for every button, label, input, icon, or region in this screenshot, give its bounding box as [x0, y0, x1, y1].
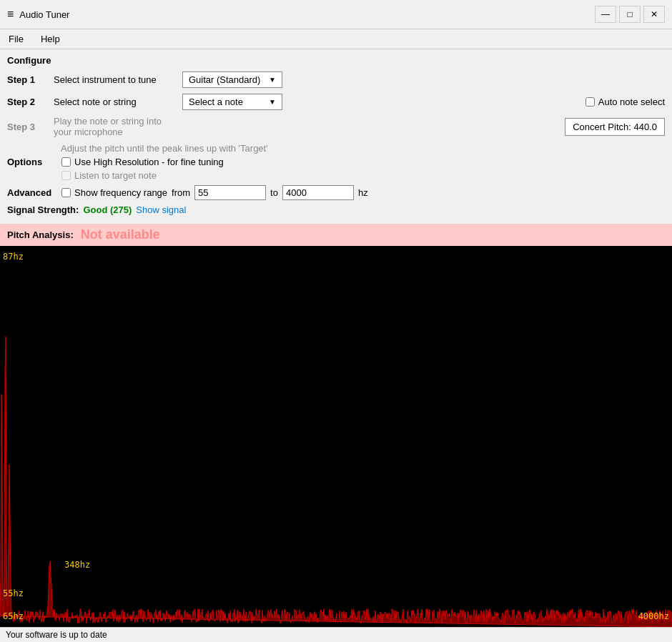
step2-description: Select note or string: [54, 97, 175, 107]
hz-label: hz: [358, 187, 368, 198]
advanced-label: Advanced: [7, 187, 57, 198]
step3-label: Step 3: [7, 122, 46, 132]
maximize-button[interactable]: □: [619, 6, 641, 23]
high-res-label: Use High Resolution - for fine tuning: [74, 157, 224, 167]
options-row: Options Use High Resolution - for fine t…: [7, 157, 665, 167]
note-dropdown-value: Select a note: [189, 97, 243, 107]
listen-label: Listen to target note: [74, 170, 157, 181]
auto-note-area: Auto note select: [585, 97, 665, 107]
note-dropdown-arrow: ▼: [269, 98, 276, 106]
step3-description: Play the note or string into your microp…: [54, 116, 175, 137]
minimize-button[interactable]: —: [595, 6, 616, 23]
step3-row: Step 3 Play the note or string into your…: [7, 116, 665, 137]
high-res-checkbox-wrapper: Use High Resolution - for fine tuning: [61, 157, 224, 167]
step1-row: Step 1 Select instrument to tune Guitar …: [7, 71, 665, 88]
instrument-dropdown-value: Guitar (Standard): [189, 74, 260, 85]
menu-bar: File Help: [0, 29, 672, 49]
status-bar: Your software is up to date: [0, 627, 672, 642]
menu-help[interactable]: Help: [38, 32, 63, 46]
signal-strength-value: Good (275): [83, 204, 132, 215]
step1-description: Select instrument to tune: [54, 74, 175, 85]
step2-label: Step 2: [7, 97, 46, 107]
spectrum-canvas: [0, 246, 672, 627]
spectrum-container: 87hz 55hz 348hz 4000hz 65hz: [0, 246, 672, 627]
step3-note: Adjust the pitch until the peak lines up…: [61, 143, 268, 154]
app-title: Audio Tuner: [19, 9, 69, 20]
note-dropdown[interactable]: Select a note ▼: [182, 94, 282, 110]
signal-strength-label: Signal Strength:: [7, 204, 79, 215]
main-content: Configure Step 1 Select instrument to tu…: [0, 49, 672, 224]
show-signal-link[interactable]: Show signal: [136, 204, 186, 215]
show-freq-checkbox-wrapper: Show frequency range: [61, 187, 167, 198]
app-icon: ≡: [7, 8, 14, 21]
show-freq-checkbox[interactable]: [61, 188, 71, 197]
close-button[interactable]: ✕: [643, 6, 665, 23]
listen-row: Listen to target note: [7, 170, 665, 181]
high-res-checkbox[interactable]: [61, 157, 71, 167]
configure-title: Configure: [7, 55, 665, 66]
freq-from-input[interactable]: [194, 185, 266, 200]
instrument-dropdown[interactable]: Guitar (Standard) ▼: [182, 71, 282, 88]
auto-note-label: Auto note select: [598, 97, 665, 107]
from-label: from: [172, 187, 190, 198]
pitch-analysis-status: Not available: [81, 227, 160, 242]
auto-note-checkbox-wrapper: Auto note select: [585, 97, 665, 107]
freq-label-top-left: 87hz: [3, 252, 24, 262]
signal-strength-row: Signal Strength: Good (275) Show signal: [7, 204, 665, 215]
pitch-analysis-label: Pitch Analysis:: [7, 229, 74, 240]
concert-pitch-button[interactable]: Concert Pitch: 440.0: [565, 118, 665, 136]
step3-note-row: Adjust the pitch until the peak lines up…: [7, 143, 665, 154]
status-text: Your software is up to date: [6, 630, 107, 640]
freq-label-mid2: 348hz: [64, 560, 90, 570]
freq-to-input[interactable]: [282, 185, 354, 200]
window-controls: — □ ✕: [595, 6, 665, 23]
pitch-analysis-bar: Pitch Analysis: Not available: [0, 224, 672, 246]
freq-label-mid-left: 55hz: [3, 588, 24, 598]
step2-row: Step 2 Select note or string Select a no…: [7, 94, 665, 110]
freq-label-bottom-right: 4000hz: [638, 611, 669, 621]
concert-pitch-area: Concert Pitch: 440.0: [565, 118, 665, 136]
instrument-dropdown-arrow: ▼: [269, 76, 276, 84]
step1-label: Step 1: [7, 74, 46, 85]
listen-checkbox-wrapper: Listen to target note: [61, 170, 157, 181]
options-label: Options: [7, 157, 57, 167]
title-bar-left: ≡ Audio Tuner: [7, 8, 69, 21]
show-freq-label: Show frequency range: [74, 187, 167, 198]
title-bar: ≡ Audio Tuner — □ ✕: [0, 0, 672, 29]
listen-checkbox[interactable]: [61, 171, 71, 180]
freq-label-bottom-left: 65hz: [3, 611, 24, 621]
advanced-row: Advanced Show frequency range from to hz: [7, 185, 665, 200]
auto-note-checkbox[interactable]: [585, 97, 595, 107]
menu-file[interactable]: File: [6, 32, 26, 46]
to-label: to: [270, 187, 278, 198]
